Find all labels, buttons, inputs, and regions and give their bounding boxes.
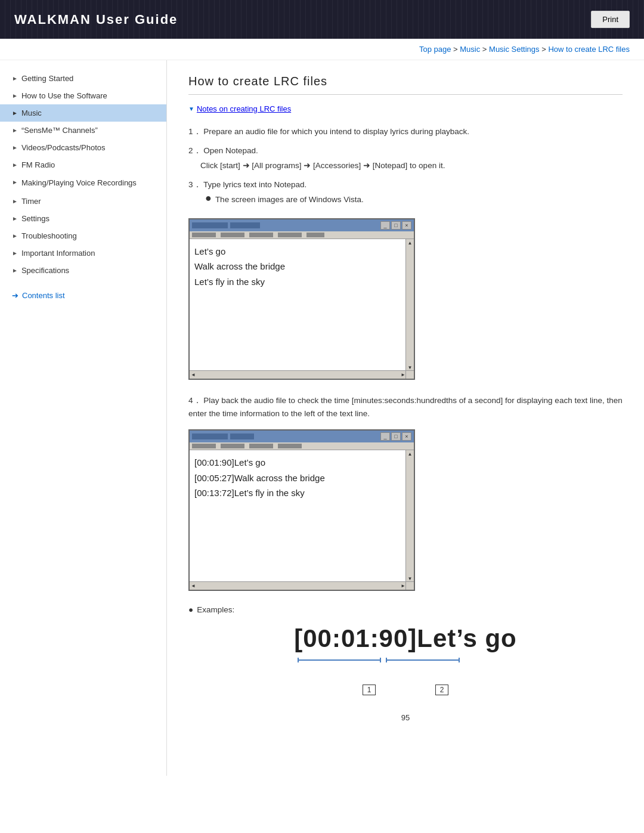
scrollbar-h-2[interactable]: ◄ ► xyxy=(190,581,405,590)
title-block-2b xyxy=(230,433,254,439)
lrc-underline-row xyxy=(188,657,623,682)
close-button[interactable]: × xyxy=(402,221,411,230)
minimize-button-2[interactable]: _ xyxy=(380,432,390,441)
app-title: WALKMAN User Guide xyxy=(14,12,178,27)
menu-block-3 xyxy=(249,233,273,237)
titlebar-blocks-2 xyxy=(192,433,254,439)
step-3: 3． Type lyrics text into Notepad. ● The … xyxy=(188,178,623,206)
menu-block-5 xyxy=(306,233,324,237)
sidebar-item-specifications[interactable]: ► Specifications xyxy=(0,262,166,279)
maximize-button[interactable]: □ xyxy=(391,221,401,230)
notes-link[interactable]: ▼ Notes on creating LRC files xyxy=(188,104,623,113)
lrc-diagram: [00:01:90]Let’s go xyxy=(188,624,623,695)
bullet-icon-2: ● xyxy=(188,605,193,614)
notepad-hscroll-1: ◄ ► xyxy=(190,370,414,379)
lrc-annotation xyxy=(292,657,519,682)
menu-block-1 xyxy=(192,233,216,237)
notepad-line-3: Let’s fly in the sky xyxy=(194,274,394,290)
menu2-block-3 xyxy=(249,444,273,448)
label-2-box: 2 xyxy=(435,685,448,695)
breadcrumb-current[interactable]: How to create LRC files xyxy=(548,45,630,54)
bullet-icon: ● xyxy=(205,193,212,203)
notepad-body-wrapper: Let’s go Walk across the bridge Let’s fl… xyxy=(190,239,414,370)
sidebar-item-important[interactable]: ► Important Information xyxy=(0,244,166,262)
close-button-2[interactable]: × xyxy=(402,432,411,441)
sidebar-label-videos: Videos/Podcasts/Photos xyxy=(21,143,106,152)
minimize-button[interactable]: _ xyxy=(380,221,390,230)
contents-list-link[interactable]: ➔ Contents list xyxy=(12,291,157,300)
notepad-titlebar-1: _ □ × xyxy=(190,219,414,231)
arrow-icon: ► xyxy=(12,233,18,239)
title-block-1 xyxy=(192,222,228,228)
notepad2-line-2: [00:05:27]Walk across the bridge xyxy=(194,470,394,486)
titlebar-controls: _ □ × xyxy=(380,221,411,230)
label-1-box: 1 xyxy=(363,685,376,695)
titlebar-blocks xyxy=(192,222,260,228)
arrow-icon: ► xyxy=(12,75,18,82)
step-3-num: 3． xyxy=(188,180,202,189)
menu-block-4 xyxy=(278,233,302,237)
sidebar-label-fm-radio: FM Radio xyxy=(21,160,55,169)
arrow-icon: ► xyxy=(12,144,18,151)
title-block-2 xyxy=(230,222,260,228)
print-button[interactable]: Print xyxy=(591,11,630,28)
menu2-block-1 xyxy=(192,444,216,448)
notepad-titlebar-2: _ □ × xyxy=(190,431,414,442)
step-4-text: Play back the audio file to check the ti… xyxy=(188,396,623,418)
breadcrumb: Top page > Music > Music Settings > How … xyxy=(0,39,644,60)
sidebar-label-music: Music xyxy=(21,109,42,117)
sidebar-item-fm-radio[interactable]: ► FM Radio xyxy=(0,156,166,174)
notepad-body-2: [00:01:90]Let’s go [00:05:27]Walk across… xyxy=(190,450,405,581)
scrollbar-v-1[interactable]: ▲ ▼ xyxy=(405,239,414,370)
arrow-icon: ► xyxy=(12,110,18,116)
step-2-num: 2． xyxy=(188,146,202,155)
notepad-window-1: _ □ × Let’s go Walk across the bridge Le… xyxy=(188,218,415,380)
breadcrumb-music[interactable]: Music xyxy=(460,45,480,54)
scrollbar-v-2[interactable]: ▲ ▼ xyxy=(405,450,414,581)
breadcrumb-top[interactable]: Top page xyxy=(419,45,451,54)
arrow-icon: ► xyxy=(12,250,18,256)
sidebar-item-how-to-use[interactable]: ► How to Use the Software xyxy=(0,87,166,104)
titlebar-controls-2: _ □ × xyxy=(380,432,411,441)
sidebar-label-timer: Timer xyxy=(21,197,41,206)
sidebar-label-getting-started: Getting Started xyxy=(21,74,73,83)
notepad-line-1: Let’s go xyxy=(194,244,394,259)
scrollbar-h-1[interactable]: ◄ ► xyxy=(190,370,405,379)
lrc-example-text: [00:01:90]Let’s go xyxy=(188,624,623,654)
arrow-icon: ► xyxy=(12,127,18,134)
notepad-body-1: Let’s go Walk across the bridge Let’s fl… xyxy=(190,239,405,370)
step-3-text: Type lyrics text into Notepad. xyxy=(203,180,306,189)
step-2-sub: Click [start] ➜ [All programs] ➜ [Access… xyxy=(200,161,445,170)
arrow-icon: ► xyxy=(12,215,18,222)
main-content: How to create LRC files ▼ Notes on creat… xyxy=(167,60,644,776)
sidebar-item-videos[interactable]: ► Videos/Podcasts/Photos xyxy=(0,139,166,156)
sidebar-item-getting-started[interactable]: ► Getting Started xyxy=(0,70,166,87)
sidebar-item-settings[interactable]: ► Settings xyxy=(0,210,166,227)
sidebar-label-sensme: “SensMe™ Channels” xyxy=(21,126,98,135)
arrow-right-icon: ➔ xyxy=(12,291,18,300)
notepad2-line-1: [00:01:90]Let’s go xyxy=(194,455,394,470)
breadcrumb-music-settings[interactable]: Music Settings xyxy=(489,45,540,54)
sidebar-item-music[interactable]: ► Music xyxy=(0,104,166,122)
sidebar-label-how-to-use: How to Use the Software xyxy=(21,91,107,100)
sidebar-footer: ➔ Contents list xyxy=(0,279,166,309)
sidebar-label-troubleshooting: Troubleshooting xyxy=(21,231,77,240)
page-number: 95 xyxy=(188,713,623,722)
maximize-button-2[interactable]: □ xyxy=(391,432,401,441)
step-2-text: Open Notepad. xyxy=(203,146,258,155)
examples-text: Examples: xyxy=(197,605,234,614)
sidebar-item-timer[interactable]: ► Timer xyxy=(0,193,166,210)
step-3-sub: ● The screen images are of Windows Vista… xyxy=(205,193,623,206)
lrc-labels-row: 1 2 xyxy=(188,685,623,695)
notes-link-text[interactable]: Notes on creating LRC files xyxy=(197,104,291,113)
step-1-num: 1． xyxy=(188,127,202,136)
sidebar-item-troubleshooting[interactable]: ► Troubleshooting xyxy=(0,227,166,244)
sidebar-item-voice[interactable]: ► Making/Playing Voice Recordings xyxy=(0,174,166,193)
arrow-icon: ► xyxy=(12,162,18,168)
title-block-2a xyxy=(192,433,228,439)
sidebar-item-sensme[interactable]: ► “SensMe™ Channels” xyxy=(0,122,166,139)
sidebar-label-voice: Making/Playing Voice Recordings xyxy=(21,178,137,188)
step-4: 4． Play back the audio file to check the… xyxy=(188,394,623,420)
step-2: 2． Open Notepad. Click [start] ➜ [All pr… xyxy=(188,144,623,172)
header: WALKMAN User Guide Print xyxy=(0,0,644,39)
